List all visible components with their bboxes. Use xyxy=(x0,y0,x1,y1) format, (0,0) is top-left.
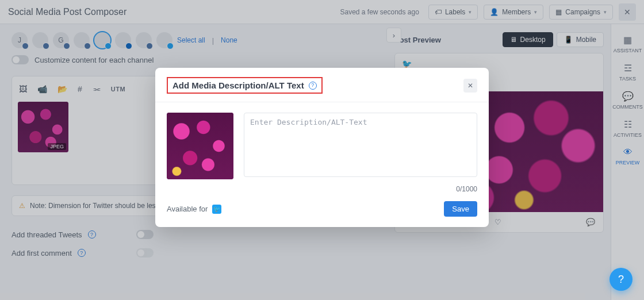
help-fab[interactable]: ? xyxy=(610,268,632,291)
available-for: Available for 🐦 xyxy=(167,205,221,214)
alt-text-modal: Add Media Description/ALT Text ? ✕ 0/100… xyxy=(155,68,489,227)
close-icon: ✕ xyxy=(467,82,473,90)
question-icon: ? xyxy=(618,274,624,286)
help-icon[interactable]: ? xyxy=(309,82,317,90)
twitter-chip: 🐦 xyxy=(212,205,221,214)
available-label: Available for xyxy=(167,205,208,213)
modal-thumbnail xyxy=(167,113,233,179)
save-button[interactable]: Save xyxy=(444,201,477,217)
modal-close-button[interactable]: ✕ xyxy=(463,79,477,93)
char-count: 0/1000 xyxy=(155,184,489,193)
modal-overlay: Add Media Description/ALT Text ? ✕ 0/100… xyxy=(0,0,644,300)
modal-title-highlight: Add Media Description/ALT Text ? xyxy=(167,77,323,94)
modal-title: Add Media Description/ALT Text xyxy=(172,80,304,90)
flower-image xyxy=(167,113,233,179)
alt-text-input[interactable] xyxy=(244,113,477,177)
